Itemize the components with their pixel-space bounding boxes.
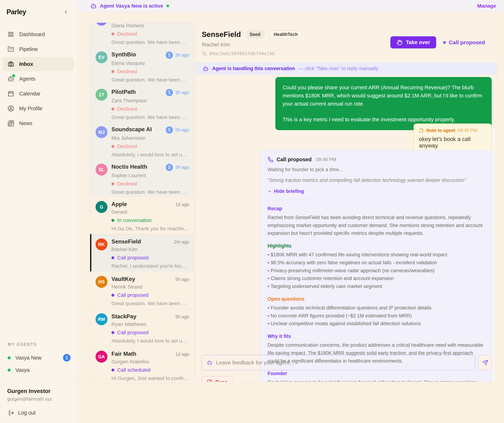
status-dot [111,331,114,334]
my-agents-list: Vasya New 1 Vasya [0,352,77,376]
sidebar-item-dashboard[interactable]: Dashboard [3,27,74,41]
avatar: GA [96,351,108,363]
chevron-left-icon [63,9,69,15]
conversation-contact: Rachel Kim [111,246,189,253]
composer: Leave feedback for your agent... Pass [202,355,492,382]
copy-icon[interactable] [202,51,207,56]
conversation-time: 3h ago [175,53,189,58]
sidebar-item-my-profile[interactable]: My Profile [3,101,74,116]
conversation-preview: Hi Gurgen, Just wanted to confirm ou... [111,375,189,382]
call-card-time: 09:46 PM [316,157,336,162]
status-dot [111,108,114,111]
briefing-section-body: Rachel from SenseField has been avoiding… [268,214,484,237]
conversation-time: 1d ago [175,352,189,357]
take-over-button[interactable]: Take over [390,36,436,48]
status-label: Call proposed [117,255,149,261]
pass-button[interactable]: Pass [202,376,233,382]
conversation-item[interactable]: RM StackPay 5h ago Ryan Matthews Call pr… [90,309,194,346]
hide-briefing-label: Hide briefing [274,188,304,194]
briefing-section: Highlights • $180K MRR with 47 confirmed… [268,243,484,290]
agent-active-dot [166,5,169,7]
avatar: SL [96,164,108,176]
conversation-company: Soundscape AI [111,126,152,133]
my-agent-item[interactable]: Vasya [0,364,77,376]
send-feedback-button[interactable] [478,355,492,370]
thread-header: SenseField Seed HealthTech Rachel Kim 69… [196,23,497,63]
pass-label: Pass [215,379,228,382]
sidebar-collapse-button[interactable] [62,8,70,16]
conversation-item[interactable]: SL Noctis Health 2 5h ago Sophie Laurent… [90,159,194,196]
dashboard-icon [8,31,14,38]
hide-briefing-toggle[interactable]: Hide briefing [268,188,484,194]
conversation-id: 69ac3e8c50f6b2fdb794e19b [209,51,275,56]
conversation-list: DR KitchenAI 1 3h ago Diana Romero Decli… [90,23,194,383]
conversation-item[interactable]: RK SenseField 2m ago Rachel Kim Call pro… [90,234,194,271]
sidebar-item-inbox[interactable]: Inbox [3,57,74,71]
robot-icon [8,76,14,82]
sidebar-item-calendar[interactable]: Calendar [3,86,74,101]
status-label: In conversation [117,217,152,223]
agent-message-paragraph: Could you please share your current ARR … [282,83,485,108]
conversation-contact: Gerard [111,209,189,215]
conversation-time: 5h ago [175,277,189,282]
conversation-id-row[interactable]: 69ac3e8c50f6b2fdb794e19b [202,51,497,56]
avatar: HS [96,276,108,288]
thread-scrollbar[interactable] [492,129,494,382]
avatar: RM [96,313,108,325]
sidebar-item-label: Dashboard [19,31,45,37]
conversation-item[interactable]: G Apple 1d ago Gerard In conversation [90,196,194,234]
user-circle-icon [8,105,14,112]
hand-icon [396,40,402,45]
avatar: ZT [96,89,108,101]
status-dot [111,256,114,259]
status-label: Call scheduled [117,367,150,373]
call-quote: “Strong traction metrics and compelling … [268,177,484,183]
agent-online-dot [8,369,11,372]
calendar-icon [8,90,14,97]
manage-link[interactable]: Manage [477,3,496,9]
status-dot [111,369,114,371]
avatar: DR [96,23,108,26]
feedback-input[interactable]: Leave feedback for your agent... [202,355,475,370]
conversation-preview: Great question. We have been growin... [111,300,189,307]
conversation-time: 5h ago [175,165,189,170]
logout-label: Log out [18,410,36,416]
conversation-company: PilotPath [111,89,136,95]
sidebar-item-label: Pipeline [19,46,38,52]
conversation-item[interactable]: EV SynthBio 1 3h ago Elena Vasquez Decli… [90,47,194,84]
avatar: MJ [96,126,108,138]
my-agent-item[interactable]: Vasya New 1 [0,352,77,364]
conversation-item[interactable]: ZT PilotPath 1 3h ago Zara Thompson Decl… [90,84,194,122]
conversation-item[interactable]: GA Fair Math 1d ago Gurgen Arakelov Call… [90,346,194,383]
avatar: RK [96,238,108,250]
conversation-preview: Absolutely, I would love to set up a c..… [111,152,189,158]
conversation-item[interactable]: DR KitchenAI 1 3h ago Diana Romero Decli… [90,23,194,47]
agent-online-dot [8,356,11,359]
app-logo: Parley [6,8,26,16]
sidebar-item-news[interactable]: News [3,116,74,130]
status-dot [111,182,114,185]
conversation-contact: Henrik Strand [111,284,189,290]
feedback-placeholder: Leave feedback for your agent... [216,359,294,366]
conversation-item[interactable]: HS VaultKey 5h ago Henrik Strand Call pr… [90,271,194,309]
unread-count-badge: 1 [166,89,173,96]
take-over-label: Take over [406,39,430,45]
conversation-item[interactable]: MJ Soundscape AI 1 5h ago Mia Johansson … [90,122,194,159]
sidebar-item-label: News [19,120,32,126]
note-icon [419,128,424,133]
briefing-section: Open questions • Founder avoids technica… [268,296,484,328]
robot-icon [203,66,209,72]
logout-button[interactable]: Log out [7,410,70,416]
sidebar: Parley Dashboard Pipeline Inbox [0,0,77,423]
agent-message-paragraph: This is a key metric I need to evaluate … [282,116,485,124]
sidebar-nav: Dashboard Pipeline Inbox Agents Calendar [0,27,77,130]
status-dot [111,33,114,35]
conversation-contact: Zara Thompson [111,98,189,104]
sidebar-item-agents[interactable]: Agents [3,72,74,86]
sidebar-item-pipeline[interactable]: Pipeline [3,42,74,56]
conversation-company: Fair Math [111,351,136,357]
thread-status-dot [443,41,446,44]
call-proposed-card: Call proposed 09:46 PM Waiting for found… [260,150,492,382]
agent-name: Vasya [15,367,30,373]
briefing-section-body: • $180K MRR with 47 confirmed life-savin… [268,251,484,290]
